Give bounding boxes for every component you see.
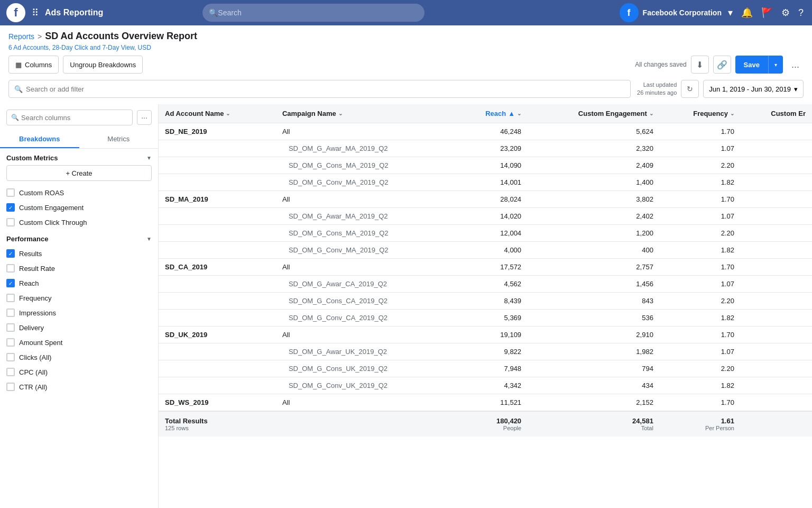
date-range-button[interactable]: Jun 1, 2019 - Jun 30, 2019 ▾: [703, 80, 804, 98]
table-row-child-1-0: SD_OM_G_Awar_MA_2019_Q2 14,020 2,402 1.0…: [159, 208, 812, 225]
cell-child-campaign-0-1: SD_OM_G_Cons_MA_2019_Q2: [276, 157, 455, 174]
link-button[interactable]: 🔗: [713, 56, 731, 74]
checkbox-performance-1[interactable]: [6, 264, 15, 273]
performance-item-0[interactable]: Results: [0, 246, 158, 261]
checkbox-custom-metrics-2[interactable]: [6, 218, 15, 226]
gear-icon[interactable]: ⚙: [779, 5, 792, 21]
breadcrumb: Reports > SD Ad Accounts Overview Report: [0, 25, 812, 44]
custom-metrics-item-2[interactable]: Custom Click Through: [0, 215, 158, 230]
tab-metrics[interactable]: Metrics: [79, 131, 159, 148]
create-metric-button[interactable]: + Create: [6, 165, 152, 181]
performance-item-9[interactable]: CTR (All): [0, 379, 158, 394]
custom-metrics-section-header[interactable]: Custom Metrics ▼: [0, 149, 158, 165]
cell-child-reach-2-2: 5,369: [455, 310, 528, 326]
table-footer-row: Total Results 125 rows 180,420 People 24…: [159, 411, 812, 437]
sort-icon-frequency: ⌄: [730, 111, 734, 116]
performance-item-8[interactable]: CPC (All): [0, 365, 158, 379]
search-icon: 🔍: [209, 8, 218, 17]
checkbox-performance-6[interactable]: [6, 338, 15, 347]
help-icon[interactable]: ?: [796, 5, 806, 21]
save-button[interactable]: Save: [735, 56, 768, 74]
cell-child-engagement-3-1: 794: [528, 360, 660, 377]
performance-label-2: Reach: [19, 279, 39, 287]
cell-child-campaign-2-0: SD_OM_G_Awar_CA_2019_Q2: [276, 276, 455, 293]
performance-item-5[interactable]: Delivery: [0, 320, 158, 335]
cell-child-reach-3-0: 9,822: [455, 343, 528, 360]
cell-child-engagement-3-0: 1,982: [528, 343, 660, 360]
performance-item-2[interactable]: Reach: [0, 276, 158, 291]
checkbox-performance-9[interactable]: [6, 383, 15, 391]
panel-more-button[interactable]: ···: [137, 110, 152, 125]
refresh-button[interactable]: ↻: [681, 80, 699, 98]
cell-child-er-3-0: [741, 343, 812, 360]
cell-engagement-1: 3,802: [528, 191, 660, 208]
cell-child-er-3-2: [741, 377, 812, 394]
bell-icon[interactable]: 🔔: [739, 5, 755, 21]
custom-metrics-item-1[interactable]: Custom Engagement: [0, 200, 158, 215]
checkbox-performance-4[interactable]: [6, 309, 15, 317]
checkbox-custom-metrics-0[interactable]: [6, 188, 15, 197]
checkbox-custom-metrics-1[interactable]: [6, 203, 15, 212]
col-header-custom-er[interactable]: Custom Er: [741, 104, 812, 123]
custom-metrics-list: Custom ROASCustom EngagementCustom Click…: [0, 185, 158, 230]
performance-item-6[interactable]: Amount Spent: [0, 335, 158, 350]
cell-child-engagement-3-2: 434: [528, 377, 660, 394]
cell-child-er-2-2: [741, 310, 812, 326]
checkbox-performance-7[interactable]: [6, 353, 15, 361]
col-header-frequency[interactable]: Frequency ⌄: [660, 104, 741, 123]
global-search-input[interactable]: [218, 8, 418, 17]
global-search[interactable]: 🔍: [202, 4, 425, 22]
col-header-custom-engagement[interactable]: Custom Engagement ⌄: [528, 104, 660, 123]
cell-child-er-2-1: [741, 293, 812, 310]
breadcrumb-parent[interactable]: Reports: [8, 32, 34, 41]
chevron-down-icon[interactable]: ▾: [726, 5, 735, 21]
cell-child-engagement-0-0: 2,320: [528, 140, 660, 157]
checkbox-performance-8[interactable]: [6, 368, 15, 376]
save-dropdown-button[interactable]: ▾: [768, 56, 783, 74]
table-row-child-1-2: SD_OM_G_Conv_MA_2019_Q2 4,000 400 1.82: [159, 242, 812, 259]
checkbox-performance-0[interactable]: [6, 249, 15, 258]
performance-item-7[interactable]: Clicks (All): [0, 350, 158, 365]
cell-er-1: [741, 191, 812, 208]
checkbox-performance-2[interactable]: [6, 279, 15, 287]
table-row-child-1-1: SD_OM_G_Cons_MA_2019_Q2 12,004 1,200 2.2…: [159, 225, 812, 242]
cell-child-account-0-2: [159, 174, 276, 191]
performance-label-5: Delivery: [19, 324, 44, 332]
download-button[interactable]: ⬇: [691, 56, 709, 74]
checkbox-performance-5[interactable]: [6, 323, 15, 332]
flag-icon[interactable]: 🚩: [759, 5, 775, 21]
table-row-child-2-0: SD_OM_G_Awar_CA_2019_Q2 4,562 1,456 1.07: [159, 276, 812, 293]
toolbar: ▦ Columns Ungroup Breakdowns All changes…: [0, 56, 812, 80]
grid-icon[interactable]: ⠿: [32, 7, 39, 19]
filter-search-box[interactable]: 🔍: [8, 80, 631, 98]
performance-section-header[interactable]: Performance ▼: [0, 230, 158, 246]
breadcrumb-current: SD Ad Accounts Overview Report: [45, 31, 197, 42]
col-header-reach[interactable]: Reach ▲ ⌄: [455, 104, 528, 123]
cell-child-account-0-1: [159, 157, 276, 174]
tab-breakdowns[interactable]: Breakdowns: [0, 131, 79, 148]
col-header-campaign[interactable]: Campaign Name ⌄: [276, 104, 455, 123]
filter-search-input[interactable]: [26, 85, 625, 93]
panel-tabs: Breakdowns Metrics: [0, 131, 158, 149]
checkbox-performance-3[interactable]: [6, 294, 15, 302]
date-range-label: Jun 1, 2019 - Jun 30, 2019: [709, 85, 791, 93]
cell-child-account-1-1: [159, 225, 276, 242]
cell-child-account-3-0: [159, 343, 276, 360]
column-search-input[interactable]: [21, 114, 128, 122]
col-header-account[interactable]: Ad Account Name ⌄: [159, 104, 276, 123]
columns-button[interactable]: ▦ Columns: [8, 56, 59, 74]
performance-item-4[interactable]: Impressions: [0, 305, 158, 320]
table-row-account-1: SD_MA_2019 All 28,024 3,802 1.70: [159, 191, 812, 208]
performance-item-1[interactable]: Result Rate: [0, 261, 158, 276]
cell-child-frequency-1-1: 2.20: [660, 225, 741, 242]
main-layout: 🔍 ··· Breakdowns Metrics Custom Metrics …: [0, 104, 812, 508]
more-options-button[interactable]: ...: [787, 57, 804, 72]
column-search-box[interactable]: 🔍: [6, 110, 133, 125]
custom-metrics-item-0[interactable]: Custom ROAS: [0, 185, 158, 200]
cell-reach-2: 17,572: [455, 259, 528, 276]
performance-item-3[interactable]: Frequency: [0, 291, 158, 305]
ungroup-breakdowns-button[interactable]: Ungroup Breakdowns: [63, 56, 143, 74]
cell-child-reach-1-0: 14,020: [455, 208, 528, 225]
fb-logo-icon[interactable]: f: [6, 3, 25, 22]
cell-child-account-1-2: [159, 242, 276, 259]
